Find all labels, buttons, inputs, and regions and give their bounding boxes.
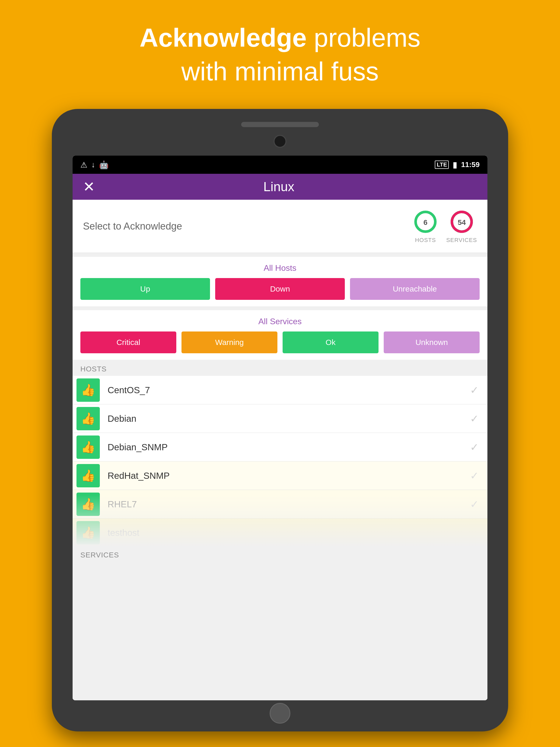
thumbs-up-icon: 👍 — [81, 498, 96, 510]
close-button[interactable]: ✕ — [83, 178, 95, 195]
download-icon — [91, 160, 95, 169]
host-name: Debian — [100, 413, 466, 424]
services-donut-label: SERVICES — [446, 237, 477, 243]
hosts-section-header: HOSTS — [73, 360, 487, 376]
unknown-button[interactable]: Unknown — [384, 332, 480, 353]
hosts-label: HOSTS — [415, 237, 436, 243]
warning-button[interactable]: Warning — [182, 332, 277, 353]
ack-header: Select to Acknowledge 6 HOSTS — [73, 200, 487, 253]
host-status-icon: 👍 — [77, 407, 100, 430]
unreachable-button[interactable]: Unreachable — [350, 278, 480, 300]
host-name: RedHat_SNMP — [100, 470, 466, 481]
host-check-icon: ✓ — [466, 411, 482, 427]
table-row[interactable]: 👍 testhost — [73, 518, 487, 547]
up-button[interactable]: Up — [80, 278, 210, 300]
all-services-title: All Services — [80, 317, 480, 326]
hosts-filter-buttons: Up Down Unreachable — [80, 278, 480, 300]
tablet-device: LTE 11:59 ✕ Linux Select to Acknowledge — [52, 109, 508, 731]
svg-text:6: 6 — [423, 218, 428, 227]
thumbs-up-icon: 👍 — [81, 470, 96, 482]
services-circle-group: 54 SERVICES — [446, 209, 477, 243]
hosts-donut: 6 — [412, 209, 438, 235]
headline-bold: Acknowledge — [139, 23, 307, 52]
table-row[interactable]: 👍 RedHat_SNMP ✓ — [73, 461, 487, 490]
hosts-list-section: HOSTS 👍 CentOS_7 ✓ 👍 Debian — [73, 360, 487, 700]
all-services-section: All Services Critical Warning Ok Unknown — [73, 310, 487, 360]
all-hosts-section: All Hosts Up Down Unreachable — [73, 257, 487, 306]
app-bar-title: Linux — [110, 179, 447, 194]
thumbs-up-icon: 👍 — [81, 413, 96, 424]
headline: Acknowledge problems with minimal fuss — [113, 21, 447, 88]
thumbs-up-icon: 👍 — [81, 527, 96, 538]
headline-regular: problems — [307, 23, 421, 52]
ok-button[interactable]: Ok — [283, 332, 378, 353]
all-hosts-title: All Hosts — [80, 263, 480, 273]
thumbs-up-icon: 👍 — [81, 384, 96, 396]
host-status-icon: 👍 — [77, 379, 100, 402]
tablet-home-button[interactable] — [270, 703, 290, 724]
critical-button[interactable]: Critical — [80, 332, 176, 353]
svg-text:54: 54 — [458, 218, 466, 227]
down-button[interactable]: Down — [215, 278, 345, 300]
hosts-circle-group: 6 HOSTS — [412, 209, 438, 243]
ack-circles: 6 HOSTS 54 — [412, 209, 477, 243]
lte-badge: LTE — [435, 160, 449, 169]
status-time: 11:59 — [461, 160, 480, 169]
hosts-list: 👍 CentOS_7 ✓ 👍 Debian ✓ — [73, 376, 487, 547]
content-area: Select to Acknowledge 6 HOSTS — [73, 200, 487, 700]
thumbs-up-icon: 👍 — [81, 441, 96, 453]
host-name: CentOS_7 — [100, 385, 466, 395]
host-status-icon: 👍 — [77, 436, 100, 459]
host-check-icon: ✓ — [466, 439, 482, 455]
table-row[interactable]: 👍 RHEL7 ✓ — [73, 490, 487, 518]
tablet-camera — [273, 135, 287, 148]
app-bar: ✕ Linux — [73, 174, 487, 200]
host-check-icon: ✓ — [466, 468, 482, 484]
host-check-icon: ✓ — [466, 496, 482, 512]
table-row[interactable]: 👍 Debian_SNMP ✓ — [73, 433, 487, 461]
host-status-icon: 👍 — [77, 521, 100, 544]
status-bar: LTE 11:59 — [73, 156, 487, 174]
host-check-icon — [466, 525, 482, 541]
host-name: testhost — [100, 527, 466, 538]
services-donut: 54 — [449, 209, 475, 235]
headline-line2: with minimal fuss — [181, 57, 378, 86]
battery-icon — [453, 160, 457, 170]
table-row[interactable]: 👍 Debian ✓ — [73, 404, 487, 433]
tablet-screen: LTE 11:59 ✕ Linux Select to Acknowledge — [73, 156, 487, 700]
host-status-icon: 👍 — [77, 464, 100, 487]
host-name: Debian_SNMP — [100, 442, 466, 452]
table-row[interactable]: 👍 CentOS_7 ✓ — [73, 376, 487, 404]
android-icon — [99, 160, 109, 170]
status-bar-right: LTE 11:59 — [435, 160, 480, 170]
tablet-speaker — [241, 122, 319, 127]
ack-header-text: Select to Acknowledge — [83, 221, 182, 232]
services-section-label: SERVICES — [73, 547, 487, 561]
status-bar-left — [80, 160, 109, 170]
warning-icon — [80, 160, 87, 170]
host-name: RHEL7 — [100, 499, 466, 509]
host-check-icon: ✓ — [466, 382, 482, 398]
host-status-icon: 👍 — [77, 493, 100, 516]
services-filter-buttons: Critical Warning Ok Unknown — [80, 332, 480, 353]
